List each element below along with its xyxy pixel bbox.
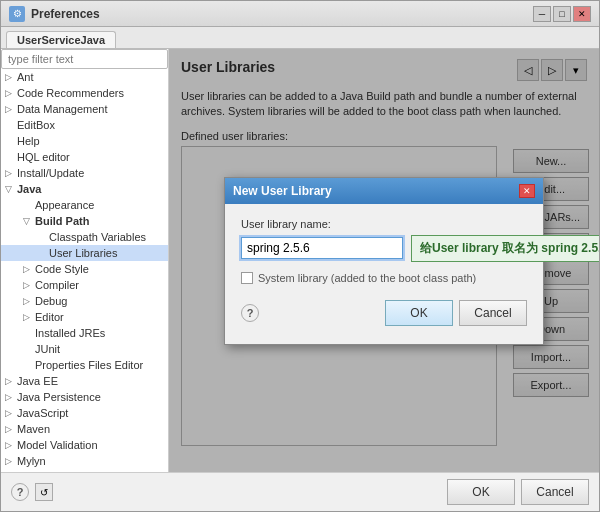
- tab-bar: UserServiceJava: [1, 27, 599, 49]
- close-button[interactable]: ✕: [573, 6, 591, 22]
- arrow-icon: ▷: [5, 104, 17, 114]
- sidebar-item-properties-files-editor[interactable]: Properties Files Editor: [1, 357, 168, 373]
- arrow-icon: ▷: [5, 392, 17, 402]
- sidebar-item-label: Maven: [17, 423, 50, 435]
- preferences-icon: ⚙: [9, 6, 25, 22]
- modal-field-label: User library name:: [241, 218, 527, 230]
- modal-body: User library name: 给User library 取名为 spr…: [225, 204, 543, 344]
- arrow-icon: ▽: [5, 184, 17, 194]
- sidebar-item-label: Java Persistence: [17, 391, 101, 403]
- arrow-icon: ▷: [5, 88, 17, 98]
- system-library-checkbox[interactable]: [241, 272, 253, 284]
- modal-title-bar: New User Library ✕: [225, 178, 543, 204]
- sidebar-item-user-libraries[interactable]: User Libraries: [1, 245, 168, 261]
- sidebar-item-label: Editor: [35, 311, 64, 323]
- maximize-button[interactable]: □: [553, 6, 571, 22]
- arrow-icon: ▷: [23, 296, 35, 306]
- modal-action-buttons: OK Cancel: [385, 300, 527, 326]
- modal-checkbox-row: System library (added to the boot class …: [241, 272, 527, 284]
- ok-button[interactable]: OK: [447, 479, 515, 505]
- window-title: Preferences: [31, 7, 100, 21]
- sidebar-item-java-ee[interactable]: ▷Java EE: [1, 373, 168, 389]
- active-tab[interactable]: UserServiceJava: [6, 31, 116, 48]
- sidebar-item-help[interactable]: Help: [1, 133, 168, 149]
- sidebar: ▷Ant ▷Code Recommenders ▷Data Management…: [1, 49, 169, 472]
- sidebar-item-label: User Libraries: [49, 247, 117, 259]
- sidebar-item-editbox[interactable]: EditBox: [1, 117, 168, 133]
- sidebar-item-label: Compiler: [35, 279, 79, 291]
- minimize-button[interactable]: ─: [533, 6, 551, 22]
- arrow-icon: ▷: [5, 440, 17, 450]
- user-library-name-input[interactable]: [241, 237, 403, 259]
- sidebar-item-data-management[interactable]: ▷Data Management: [1, 101, 168, 117]
- content-area: ▷Ant ▷Code Recommenders ▷Data Management…: [1, 49, 599, 472]
- sidebar-item-label: Mylyn: [17, 455, 46, 467]
- sidebar-item-debug[interactable]: ▷Debug: [1, 293, 168, 309]
- sidebar-item-model-validation[interactable]: ▷Model Validation: [1, 437, 168, 453]
- arrow-icon: ▽: [23, 216, 35, 226]
- modal-footer: ? OK Cancel: [241, 296, 527, 330]
- sidebar-item-label: Java EE: [17, 375, 58, 387]
- sidebar-item-installed-jres[interactable]: Installed JREs: [1, 325, 168, 341]
- sidebar-item-editor[interactable]: ▷Editor: [1, 309, 168, 325]
- modal-annotation: 给User library 取名为 spring 2.5.6: [411, 235, 599, 262]
- preferences-window: ⚙ Preferences ─ □ ✕ UserServiceJava ▷Ant…: [0, 0, 600, 512]
- window-controls: ─ □ ✕: [533, 6, 591, 22]
- sidebar-item-label: Ant: [17, 71, 34, 83]
- modal-cancel-button[interactable]: Cancel: [459, 300, 527, 326]
- filter-input[interactable]: [1, 49, 168, 69]
- sidebar-item-label: Properties Files Editor: [35, 359, 143, 371]
- sidebar-item-code-style[interactable]: ▷Code Style: [1, 261, 168, 277]
- sidebar-item-ant[interactable]: ▷Ant: [1, 69, 168, 85]
- sidebar-item-label: JUnit: [35, 343, 60, 355]
- cancel-button[interactable]: Cancel: [521, 479, 589, 505]
- sidebar-item-junit[interactable]: JUnit: [1, 341, 168, 357]
- sidebar-item-label: HQL editor: [17, 151, 70, 163]
- title-bar: ⚙ Preferences ─ □ ✕: [1, 1, 599, 27]
- modal-input-row: 给User library 取名为 spring 2.5.6: [241, 235, 527, 262]
- bottom-bar: ? ↺ OK Cancel: [1, 472, 599, 511]
- sidebar-item-code-recommenders[interactable]: ▷Code Recommenders: [1, 85, 168, 101]
- sidebar-item-label: Code Style: [35, 263, 89, 275]
- sidebar-item-label: Debug: [35, 295, 67, 307]
- modal-title: New User Library: [233, 184, 332, 198]
- sidebar-item-label: Install/Update: [17, 167, 84, 179]
- sidebar-item-javascript[interactable]: ▷JavaScript: [1, 405, 168, 421]
- sidebar-item-label: Installed JREs: [35, 327, 105, 339]
- modal-overlay: New User Library ✕ User library name: 给U…: [169, 49, 599, 472]
- sidebar-item-label: Help: [17, 135, 40, 147]
- restore-defaults-icon[interactable]: ↺: [35, 483, 53, 501]
- bottom-right: OK Cancel: [447, 479, 589, 505]
- sidebar-item-label: EditBox: [17, 119, 55, 131]
- modal-ok-button[interactable]: OK: [385, 300, 453, 326]
- arrow-icon: ▷: [5, 168, 17, 178]
- modal-close-button[interactable]: ✕: [519, 184, 535, 198]
- bottom-left: ? ↺: [11, 483, 53, 501]
- arrow-icon: ▷: [23, 312, 35, 322]
- sidebar-item-label: Data Management: [17, 103, 108, 115]
- sidebar-item-install-update[interactable]: ▷Install/Update: [1, 165, 168, 181]
- sidebar-item-label: Java: [17, 183, 41, 195]
- new-user-library-dialog: New User Library ✕ User library name: 给U…: [224, 177, 544, 345]
- sidebar-item-compiler[interactable]: ▷Compiler: [1, 277, 168, 293]
- arrow-icon: ▷: [23, 280, 35, 290]
- arrow-icon: ▷: [23, 264, 35, 274]
- arrow-icon: ▷: [5, 376, 17, 386]
- sidebar-item-label: Code Recommenders: [17, 87, 124, 99]
- modal-help-button[interactable]: ?: [241, 304, 259, 322]
- sidebar-item-java[interactable]: ▽Java: [1, 181, 168, 197]
- sidebar-item-label: Model Validation: [17, 439, 98, 451]
- arrow-icon: ▷: [5, 424, 17, 434]
- sidebar-item-maven[interactable]: ▷Maven: [1, 421, 168, 437]
- sidebar-item-classpath-variables[interactable]: Classpath Variables: [1, 229, 168, 245]
- title-bar-left: ⚙ Preferences: [9, 6, 100, 22]
- sidebar-item-appearance[interactable]: Appearance: [1, 197, 168, 213]
- sidebar-item-build-path[interactable]: ▽Build Path: [1, 213, 168, 229]
- sidebar-item-hql-editor[interactable]: HQL editor: [1, 149, 168, 165]
- help-icon[interactable]: ?: [11, 483, 29, 501]
- system-library-label: System library (added to the boot class …: [258, 272, 476, 284]
- sidebar-item-mylyn[interactable]: ▷Mylyn: [1, 453, 168, 469]
- sidebar-item-label: Build Path: [35, 215, 89, 227]
- sidebar-item-java-persistence[interactable]: ▷Java Persistence: [1, 389, 168, 405]
- arrow-icon: ▷: [5, 72, 17, 82]
